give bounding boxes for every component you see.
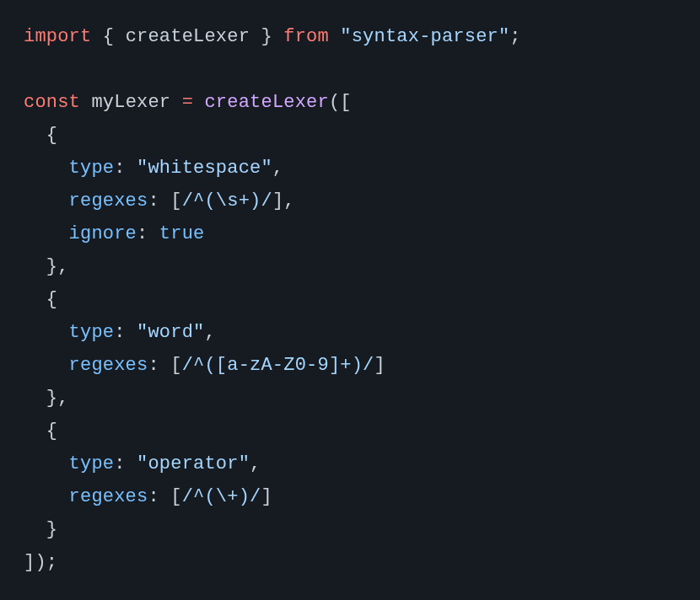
- punct: :: [137, 223, 159, 244]
- string: "operator": [137, 453, 250, 474]
- string: "word": [137, 322, 204, 343]
- function-call: createLexer: [204, 92, 328, 113]
- property: type: [69, 453, 115, 474]
- property: regexes: [69, 190, 148, 212]
- punct: {: [24, 125, 57, 146]
- keyword-import: import: [24, 26, 91, 47]
- punct: ]);: [24, 552, 57, 573]
- punct: :: [114, 322, 137, 343]
- punct: ,: [250, 453, 261, 474]
- ident: createLexer: [126, 26, 250, 47]
- punct: ]: [374, 355, 385, 376]
- string: "whitespace": [137, 158, 272, 179]
- regex: /^([a-zA-Z0-9]+)/: [182, 355, 374, 376]
- punct: : [: [148, 486, 181, 507]
- regex: /^(\+)/: [182, 486, 261, 507]
- string: "syntax-parser": [340, 26, 509, 47]
- punct: {: [24, 421, 57, 442]
- property: type: [69, 158, 115, 179]
- keyword-from: from: [283, 26, 329, 47]
- punct: {: [24, 289, 57, 310]
- space: [80, 92, 91, 113]
- indent: [24, 322, 69, 343]
- property: regexes: [69, 355, 148, 376]
- punct: ]: [261, 486, 272, 507]
- punct: ],: [272, 190, 295, 212]
- property: type: [69, 322, 115, 343]
- space: [329, 26, 340, 47]
- indent: [24, 223, 69, 244]
- space: [193, 92, 204, 113]
- indent: [24, 190, 69, 212]
- operator-eq: =: [182, 92, 193, 113]
- punct: ([: [329, 92, 352, 113]
- keyword-const: const: [24, 92, 80, 113]
- indent: [24, 453, 69, 474]
- punct: },: [24, 388, 69, 409]
- space: [170, 92, 181, 113]
- punct: }: [24, 519, 57, 540]
- ident: myLexer: [91, 92, 170, 113]
- indent: [24, 355, 69, 376]
- punct: :: [114, 158, 137, 179]
- punct: :: [114, 453, 137, 474]
- punct: {: [91, 26, 125, 47]
- indent: [24, 486, 69, 507]
- property: ignore: [69, 223, 137, 244]
- punct: : [: [148, 190, 181, 212]
- code-block: import { createLexer } from "syntax-pars…: [0, 0, 700, 599]
- regex: /^(\s+)/: [182, 190, 272, 212]
- punct: ,: [272, 158, 283, 179]
- indent: [24, 158, 69, 179]
- punct: }: [250, 26, 283, 47]
- punct: ,: [204, 322, 215, 343]
- property: regexes: [69, 486, 148, 507]
- punct: ;: [509, 26, 520, 47]
- punct: },: [24, 256, 69, 277]
- boolean: true: [159, 223, 205, 244]
- punct: : [: [148, 355, 181, 376]
